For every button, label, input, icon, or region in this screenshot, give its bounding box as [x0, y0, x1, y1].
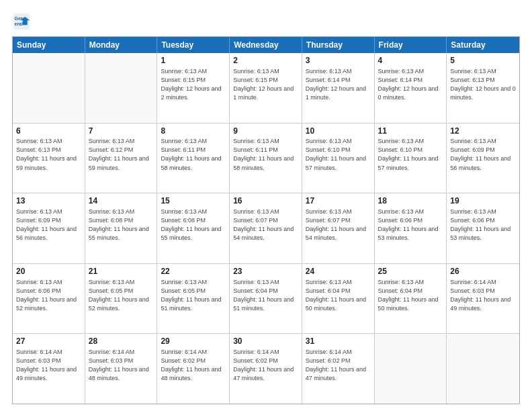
header-day-sunday: Sunday	[13, 37, 85, 53]
svg-text:eral: eral	[15, 21, 24, 26]
logo-icon: Gen eral	[12, 12, 31, 31]
cell-info: Sunrise: 6:13 AMSunset: 6:04 PMDaylight:…	[378, 278, 443, 313]
cell-info: Sunrise: 6:13 AMSunset: 6:06 PMDaylight:…	[378, 208, 443, 242]
day-number: 4	[378, 55, 443, 66]
cell-info: Sunrise: 6:13 AMSunset: 6:07 PMDaylight:…	[306, 208, 371, 242]
table-row: 18Sunrise: 6:13 AMSunset: 6:06 PMDayligh…	[375, 193, 447, 263]
cell-info: Sunrise: 6:13 AMSunset: 6:08 PMDaylight:…	[89, 208, 154, 242]
cell-info: Sunrise: 6:13 AMSunset: 6:11 PMDaylight:…	[233, 137, 298, 172]
day-number: 30	[233, 336, 298, 347]
cell-info: Sunrise: 6:13 AMSunset: 6:15 PMDaylight:…	[233, 67, 298, 102]
cell-info: Sunrise: 6:13 AMSunset: 6:09 PMDaylight:…	[16, 208, 81, 242]
week-row-4: 20Sunrise: 6:13 AMSunset: 6:06 PMDayligh…	[13, 264, 519, 334]
cell-info: Sunrise: 6:13 AMSunset: 6:05 PMDaylight:…	[161, 278, 226, 313]
cell-info: Sunrise: 6:14 AMSunset: 6:02 PMDaylight:…	[233, 348, 298, 383]
day-number: 21	[89, 266, 154, 277]
table-row: 29Sunrise: 6:14 AMSunset: 6:02 PMDayligh…	[157, 334, 230, 404]
table-row: 4Sunrise: 6:13 AMSunset: 6:14 PMDaylight…	[375, 53, 447, 123]
header-day-saturday: Saturday	[447, 37, 519, 53]
day-number: 28	[89, 336, 154, 347]
cell-info: Sunrise: 6:13 AMSunset: 6:11 PMDaylight:…	[161, 137, 226, 172]
week-row-1: 1Sunrise: 6:13 AMSunset: 6:15 PMDaylight…	[13, 53, 519, 124]
table-row: 30Sunrise: 6:14 AMSunset: 6:02 PMDayligh…	[230, 334, 302, 404]
table-row: 28Sunrise: 6:14 AMSunset: 6:03 PMDayligh…	[85, 334, 158, 404]
day-number: 16	[233, 195, 298, 207]
cell-info: Sunrise: 6:13 AMSunset: 6:14 PMDaylight:…	[378, 67, 443, 102]
table-row: 2Sunrise: 6:13 AMSunset: 6:15 PMDaylight…	[230, 53, 302, 123]
header-day-thursday: Thursday	[302, 37, 375, 53]
cell-info: Sunrise: 6:13 AMSunset: 6:13 PMDaylight:…	[450, 67, 516, 102]
table-row	[447, 334, 519, 404]
cell-info: Sunrise: 6:14 AMSunset: 6:02 PMDaylight:…	[306, 348, 371, 383]
table-row: 13Sunrise: 6:13 AMSunset: 6:09 PMDayligh…	[13, 193, 85, 263]
calendar: SundayMondayTuesdayWednesdayThursdayFrid…	[12, 36, 520, 404]
day-number: 2	[233, 55, 298, 66]
day-number: 23	[233, 266, 298, 277]
day-number: 5	[450, 55, 516, 66]
cell-info: Sunrise: 6:14 AMSunset: 6:02 PMDaylight:…	[161, 348, 226, 383]
table-row: 22Sunrise: 6:13 AMSunset: 6:05 PMDayligh…	[157, 264, 230, 334]
header-day-tuesday: Tuesday	[157, 37, 230, 53]
day-number: 11	[378, 126, 443, 137]
table-row: 1Sunrise: 6:13 AMSunset: 6:15 PMDaylight…	[157, 53, 230, 123]
day-number: 17	[306, 195, 371, 207]
header-day-friday: Friday	[375, 37, 447, 53]
table-row: 27Sunrise: 6:14 AMSunset: 6:03 PMDayligh…	[13, 334, 85, 404]
day-number: 31	[306, 336, 371, 347]
week-row-5: 27Sunrise: 6:14 AMSunset: 6:03 PMDayligh…	[13, 334, 519, 404]
table-row: 12Sunrise: 6:13 AMSunset: 6:09 PMDayligh…	[447, 124, 519, 193]
day-number: 12	[450, 126, 516, 137]
cell-info: Sunrise: 6:13 AMSunset: 6:07 PMDaylight:…	[233, 208, 298, 242]
cell-info: Sunrise: 6:13 AMSunset: 6:12 PMDaylight:…	[89, 137, 154, 172]
day-number: 25	[378, 266, 443, 277]
day-number: 3	[306, 55, 371, 66]
week-row-3: 13Sunrise: 6:13 AMSunset: 6:09 PMDayligh…	[13, 193, 519, 264]
page: Gen eral SundayMondayTuesdayWednesdayThu…	[0, 0, 532, 411]
day-number: 18	[378, 195, 443, 207]
table-row: 10Sunrise: 6:13 AMSunset: 6:10 PMDayligh…	[302, 124, 375, 193]
table-row	[375, 334, 447, 404]
cell-info: Sunrise: 6:13 AMSunset: 6:04 PMDaylight:…	[306, 278, 371, 313]
table-row: 14Sunrise: 6:13 AMSunset: 6:08 PMDayligh…	[85, 193, 158, 263]
day-number: 29	[161, 336, 226, 347]
day-number: 1	[161, 55, 226, 66]
header-day-wednesday: Wednesday	[230, 37, 302, 53]
table-row: 15Sunrise: 6:13 AMSunset: 6:08 PMDayligh…	[157, 193, 230, 263]
table-row: 9Sunrise: 6:13 AMSunset: 6:11 PMDaylight…	[230, 124, 302, 193]
calendar-header: SundayMondayTuesdayWednesdayThursdayFrid…	[13, 37, 519, 53]
table-row	[85, 53, 158, 123]
day-number: 19	[450, 195, 516, 207]
logo: Gen eral	[12, 12, 34, 31]
cell-info: Sunrise: 6:14 AMSunset: 6:03 PMDaylight:…	[89, 348, 154, 383]
table-row: 23Sunrise: 6:13 AMSunset: 6:04 PMDayligh…	[230, 264, 302, 334]
week-row-2: 6Sunrise: 6:13 AMSunset: 6:13 PMDaylight…	[13, 124, 519, 194]
cell-info: Sunrise: 6:13 AMSunset: 6:08 PMDaylight:…	[161, 208, 226, 242]
table-row: 5Sunrise: 6:13 AMSunset: 6:13 PMDaylight…	[447, 53, 519, 123]
table-row: 6Sunrise: 6:13 AMSunset: 6:13 PMDaylight…	[13, 124, 85, 193]
day-number: 20	[16, 266, 81, 277]
table-row: 20Sunrise: 6:13 AMSunset: 6:06 PMDayligh…	[13, 264, 85, 334]
table-row: 26Sunrise: 6:14 AMSunset: 6:03 PMDayligh…	[447, 264, 519, 334]
table-row: 3Sunrise: 6:13 AMSunset: 6:14 PMDaylight…	[302, 53, 375, 123]
table-row: 8Sunrise: 6:13 AMSunset: 6:11 PMDaylight…	[157, 124, 230, 193]
cell-info: Sunrise: 6:14 AMSunset: 6:03 PMDaylight:…	[450, 278, 516, 313]
cell-info: Sunrise: 6:13 AMSunset: 6:05 PMDaylight:…	[89, 278, 154, 313]
day-number: 27	[16, 336, 81, 347]
cell-info: Sunrise: 6:13 AMSunset: 6:10 PMDaylight:…	[306, 137, 371, 172]
table-row: 16Sunrise: 6:13 AMSunset: 6:07 PMDayligh…	[230, 193, 302, 263]
day-number: 10	[306, 126, 371, 137]
cell-info: Sunrise: 6:13 AMSunset: 6:15 PMDaylight:…	[161, 67, 226, 102]
cell-info: Sunrise: 6:13 AMSunset: 6:13 PMDaylight:…	[16, 137, 81, 172]
table-row: 21Sunrise: 6:13 AMSunset: 6:05 PMDayligh…	[85, 264, 158, 334]
table-row: 31Sunrise: 6:14 AMSunset: 6:02 PMDayligh…	[302, 334, 375, 404]
header: Gen eral	[12, 12, 520, 31]
table-row: 19Sunrise: 6:13 AMSunset: 6:06 PMDayligh…	[447, 193, 519, 263]
table-row: 25Sunrise: 6:13 AMSunset: 6:04 PMDayligh…	[375, 264, 447, 334]
cell-info: Sunrise: 6:14 AMSunset: 6:03 PMDaylight:…	[16, 348, 81, 383]
cell-info: Sunrise: 6:13 AMSunset: 6:14 PMDaylight:…	[306, 67, 371, 102]
cell-info: Sunrise: 6:13 AMSunset: 6:10 PMDaylight:…	[378, 137, 443, 172]
day-number: 9	[233, 126, 298, 137]
day-number: 6	[16, 126, 81, 137]
day-number: 13	[16, 195, 81, 207]
day-number: 22	[161, 266, 226, 277]
